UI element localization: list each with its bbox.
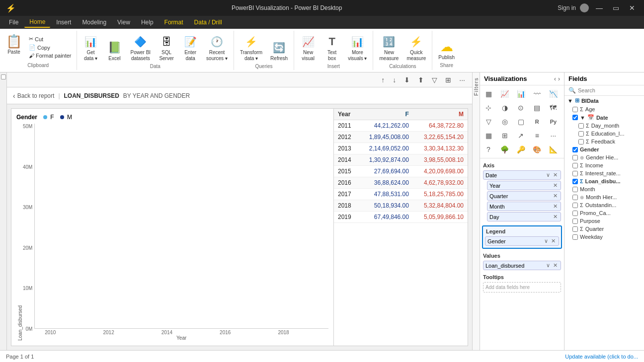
- viz-qa[interactable]: ?: [482, 143, 495, 156]
- field-checkbox-education[interactable]: [578, 131, 584, 137]
- menu-help[interactable]: Help: [136, 17, 159, 27]
- viz-table[interactable]: ▦: [482, 129, 495, 142]
- axis-day-remove[interactable]: ✕: [552, 214, 559, 220]
- axis-quarter-remove[interactable]: ✕: [552, 193, 559, 199]
- field-item-quarter[interactable]: Σ Quarter: [564, 225, 644, 233]
- viz-decomp-tree[interactable]: 🌳: [498, 143, 511, 156]
- field-checkbox-quarter[interactable]: [572, 226, 578, 232]
- cut-button[interactable]: ✂ Cut: [27, 35, 74, 43]
- field-checkbox-outstanding[interactable]: [572, 203, 578, 208]
- power-bi-datasets-button[interactable]: 🔷 Power BIdatasets: [128, 33, 154, 63]
- menu-view[interactable]: View: [112, 17, 135, 27]
- viz-map[interactable]: 🗺: [547, 101, 560, 114]
- menu-modeling[interactable]: Modeling: [77, 17, 111, 27]
- menu-home[interactable]: Home: [24, 17, 50, 28]
- viz-key-influencers[interactable]: 🔑: [514, 143, 527, 156]
- field-item-weekday[interactable]: Weekday: [564, 233, 644, 241]
- field-checkbox-feedback[interactable]: [578, 139, 584, 145]
- viz-waterfall[interactable]: 📉: [547, 87, 560, 100]
- field-checkbox-interest-rate[interactable]: [572, 171, 578, 176]
- publish-button[interactable]: ☁ Publish: [435, 38, 458, 62]
- field-checkbox-purpose[interactable]: [572, 218, 578, 224]
- field-checkbox-weekday[interactable]: [572, 234, 578, 240]
- axis-year-remove[interactable]: ✕: [552, 182, 559, 189]
- viz-treemap[interactable]: ▤: [531, 101, 544, 114]
- viz-scatter[interactable]: ⊹: [482, 101, 495, 114]
- get-data-button[interactable]: 📊 Getdata ▾: [80, 33, 102, 63]
- viz-gauge[interactable]: ◎: [498, 115, 511, 128]
- sql-server-button[interactable]: 🗄 SQLServer: [156, 33, 177, 63]
- field-checkbox-gender[interactable]: [572, 147, 578, 152]
- menu-file[interactable]: File: [4, 17, 23, 27]
- field-checkbox-gender-hierarchy[interactable]: [572, 155, 578, 160]
- close-btn[interactable]: ✕: [626, 4, 638, 12]
- axis-month-remove[interactable]: ✕: [552, 203, 559, 210]
- axis-date-remove[interactable]: ✕: [552, 172, 559, 178]
- viz-ribbon-chart[interactable]: 〰: [531, 87, 544, 100]
- field-checkbox-promo[interactable]: [572, 211, 578, 216]
- field-item-loan-disbursed[interactable]: Σ Loan_disbu...: [564, 177, 644, 185]
- field-checkbox-month[interactable]: [572, 187, 578, 192]
- field-item-gender-hierarchy[interactable]: ⊕ Gender Hie...: [564, 153, 644, 161]
- viz-stacked-bar[interactable]: ▦: [482, 87, 495, 100]
- values-loan-expand[interactable]: ∨: [545, 262, 551, 269]
- viz-pie[interactable]: ◑: [498, 101, 511, 114]
- sort-desc-button[interactable]: ↓: [390, 74, 399, 85]
- field-item-outstanding[interactable]: Σ Outstandin...: [564, 201, 644, 209]
- new-visual-button[interactable]: 📈 Newvisual: [297, 33, 319, 63]
- field-item-age[interactable]: Σ Age: [564, 105, 644, 113]
- viz-analytics[interactable]: 📐: [547, 143, 560, 156]
- page-nav-item[interactable]: [1, 74, 6, 79]
- menu-format[interactable]: Format: [160, 17, 188, 27]
- quick-measure-button[interactable]: ⚡ Quickmeasure: [403, 33, 429, 63]
- transform-data-button[interactable]: ⚡ Transformdata ▾: [237, 33, 265, 63]
- more-visuals-button[interactable]: 📊 Morevisuals ▾: [345, 33, 370, 63]
- field-item-gender[interactable]: Gender: [564, 145, 644, 153]
- field-group-bidata-header[interactable]: ▼ ⊞ BIData: [564, 96, 644, 105]
- viz-line-chart[interactable]: 📈: [498, 87, 511, 100]
- field-checkbox-date[interactable]: [572, 115, 578, 120]
- axis-date-expand[interactable]: ∨: [545, 172, 551, 178]
- text-box-button[interactable]: T Textbox: [321, 33, 343, 63]
- field-checkbox-age[interactable]: [572, 107, 578, 112]
- values-loan-remove[interactable]: ✕: [552, 262, 559, 269]
- field-checkbox-month-hierarchy[interactable]: [572, 195, 578, 200]
- viz-panel-next[interactable]: ›: [558, 75, 560, 82]
- field-item-date[interactable]: ▼ 📅 Date: [564, 113, 644, 122]
- sort-asc-button[interactable]: ↑: [378, 74, 388, 85]
- tooltips-add-area[interactable]: Add data fields here: [483, 282, 561, 292]
- field-checkbox-loan-disbursed[interactable]: [572, 179, 578, 184]
- field-item-month[interactable]: Month: [564, 185, 644, 193]
- update-notice[interactable]: Update available (click to do...: [565, 354, 638, 360]
- viz-kpi[interactable]: ↗: [514, 129, 527, 142]
- field-item-income[interactable]: Σ Income: [564, 161, 644, 169]
- field-item-education[interactable]: Σ Education_l...: [564, 130, 644, 138]
- field-checkbox-day-month[interactable]: [578, 123, 584, 129]
- viz-r-visual[interactable]: R: [531, 115, 544, 128]
- refresh-button[interactable]: 🔄 Refresh: [267, 39, 291, 63]
- drill-down-button[interactable]: ⬇: [401, 74, 413, 85]
- excel-button[interactable]: 📗 Excel: [104, 39, 126, 63]
- user-avatar[interactable]: [580, 3, 589, 12]
- viz-donut[interactable]: ⊙: [514, 101, 527, 114]
- more-options-button[interactable]: ···: [456, 74, 468, 85]
- viz-area-chart[interactable]: 📊: [514, 87, 527, 100]
- enter-data-button[interactable]: 📝 Enterdata: [179, 33, 201, 63]
- viz-funnel[interactable]: ▽: [482, 115, 495, 128]
- field-item-purpose[interactable]: Purpose: [564, 217, 644, 225]
- menu-insert[interactable]: Insert: [51, 17, 76, 27]
- maximize-btn[interactable]: ▭: [610, 4, 622, 12]
- sign-in-btn[interactable]: Sign in: [558, 4, 576, 11]
- viz-card[interactable]: ▢: [514, 115, 527, 128]
- viz-python[interactable]: Py: [547, 115, 560, 128]
- field-item-feedback[interactable]: Σ Feedback: [564, 138, 644, 145]
- minimize-btn[interactable]: —: [593, 4, 606, 12]
- viz-format[interactable]: 🎨: [531, 143, 544, 156]
- copy-button[interactable]: 📄 Copy: [27, 44, 74, 51]
- paste-button[interactable]: 📋 Paste: [3, 33, 25, 62]
- field-item-interest-rate[interactable]: Σ Interest_rate...: [564, 169, 644, 177]
- viz-more[interactable]: ···: [547, 129, 560, 142]
- legend-gender-expand[interactable]: ∨: [543, 238, 549, 244]
- viz-slicer[interactable]: ≡: [531, 129, 544, 142]
- drill-up-button[interactable]: ⬆: [415, 74, 427, 85]
